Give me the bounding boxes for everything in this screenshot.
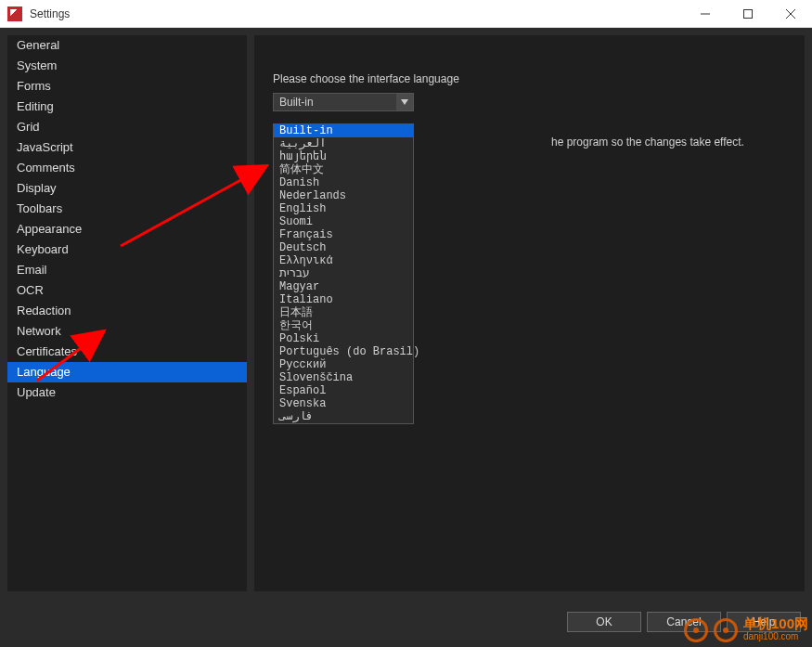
sidebar-item-comments[interactable]: Comments (7, 158, 247, 178)
language-option[interactable]: Español (274, 384, 413, 397)
watermark-url: danji100.com (743, 630, 808, 643)
language-option[interactable]: Danish (274, 176, 413, 189)
language-option[interactable]: Svenska (274, 397, 413, 410)
language-option[interactable]: Ελληνικά (274, 254, 413, 267)
minimize-button[interactable] (684, 0, 727, 28)
settings-sidebar: GeneralSystemFormsEditingGridJavaScriptC… (7, 35, 247, 591)
language-option[interactable]: հայերեն (274, 150, 413, 163)
sidebar-item-editing[interactable]: Editing (7, 97, 247, 117)
language-option[interactable]: 日本語 (274, 306, 413, 319)
language-option[interactable]: Suomi (274, 215, 413, 228)
title-bar: Settings (0, 0, 812, 28)
sidebar-item-language[interactable]: Language (7, 362, 247, 382)
sidebar-item-keyboard[interactable]: Keyboard (7, 239, 247, 260)
language-option[interactable]: English (274, 202, 413, 215)
language-option[interactable]: Deutsch (274, 241, 413, 254)
language-option[interactable]: Magyar (274, 280, 413, 293)
sidebar-item-email[interactable]: Email (7, 260, 247, 280)
language-option[interactable]: Built-in (274, 124, 413, 137)
language-option[interactable]: Français (274, 228, 413, 241)
language-panel: Please choose the interface language Bui… (254, 35, 805, 591)
watermark-icon (684, 618, 708, 642)
language-option[interactable]: Italiano (274, 293, 413, 306)
sidebar-item-javascript[interactable]: JavaScript (7, 137, 247, 158)
language-option[interactable]: Русский (274, 358, 413, 371)
sidebar-item-general[interactable]: General (7, 35, 247, 56)
svg-rect-1 (744, 9, 753, 18)
language-option[interactable]: עברית (274, 267, 413, 280)
maximize-button[interactable] (727, 0, 769, 28)
ok-button[interactable]: OK (567, 612, 641, 632)
svg-marker-4 (401, 99, 408, 105)
sidebar-item-ocr[interactable]: OCR (7, 280, 247, 301)
sidebar-item-appearance[interactable]: Appearance (7, 219, 247, 239)
close-button[interactable] (769, 0, 812, 28)
sidebar-item-certificates[interactable]: Certificates (7, 342, 247, 362)
language-option[interactable]: فارسی (274, 410, 413, 423)
watermark-icon (714, 618, 738, 642)
sidebar-item-network[interactable]: Network (7, 321, 247, 342)
sidebar-item-display[interactable]: Display (7, 178, 247, 199)
language-option[interactable]: Nederlands (274, 189, 413, 202)
sidebar-item-grid[interactable]: Grid (7, 117, 247, 137)
watermark: 单机100网 danji100.com (684, 617, 808, 643)
language-combo[interactable]: Built-in (273, 93, 414, 111)
language-option[interactable]: Slovenščina (274, 371, 413, 384)
dialog-body: GeneralSystemFormsEditingGridJavaScriptC… (0, 28, 812, 647)
language-combo-value: Built-in (279, 96, 314, 109)
language-option[interactable]: العربية (274, 137, 413, 150)
sidebar-item-toolbars[interactable]: Toolbars (7, 199, 247, 219)
sidebar-item-system[interactable]: System (7, 56, 247, 76)
watermark-name: 单机100网 (743, 617, 808, 630)
language-option[interactable]: Português (do Brasil) (274, 345, 413, 358)
language-option[interactable]: Polski (274, 332, 413, 345)
language-dropdown[interactable]: Built-inالعربيةհայերեն简体中文DanishNederlan… (273, 123, 414, 424)
restart-note: he program so the changes take effect. (551, 136, 744, 149)
sidebar-item-forms[interactable]: Forms (7, 76, 247, 97)
language-option[interactable]: 한국어 (274, 319, 413, 332)
chevron-down-icon[interactable] (396, 94, 413, 110)
app-icon (7, 6, 22, 21)
language-option[interactable]: 简体中文 (274, 163, 413, 176)
window-title: Settings (30, 7, 70, 20)
sidebar-item-redaction[interactable]: Redaction (7, 301, 247, 321)
sidebar-item-update[interactable]: Update (7, 382, 247, 403)
language-prompt: Please choose the interface language (273, 72, 786, 85)
